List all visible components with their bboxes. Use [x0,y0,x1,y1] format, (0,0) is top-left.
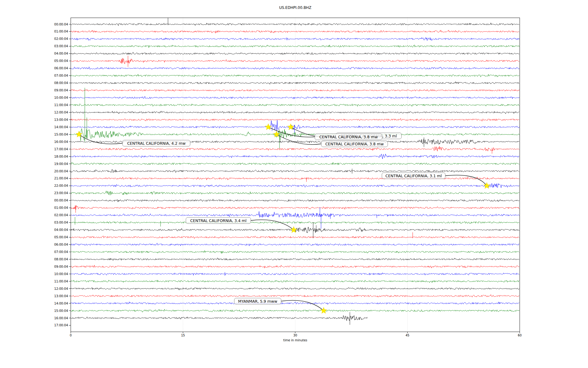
event-leader-line [251,220,294,230]
event-leader-line [281,300,324,311]
row-time-label: 14:00:04 [54,302,68,305]
row-time-label: 13:00:04 [54,294,68,298]
row-time-label: 01:00:04 [54,206,68,209]
chart-title: US.EDHPI.00.BHZ [279,6,311,10]
row-time-label: 09:00:04 [54,89,68,92]
seismogram-trace-row-34 [71,272,519,276]
row-time-label: 02:00:04 [54,213,68,217]
row-time-label: 04:00:04 [54,228,68,232]
row-time-label: 07:00:04 [54,74,68,77]
seismogram-trace-row-32 [71,258,519,261]
seismogram-figure: 00:00:0401:00:0402:00:0403:00:0404:00:04… [0,0,588,368]
event-annotations: CENTRAL CALIFORNIA, 4.2 mwCENTRAL CALIFO… [76,124,490,313]
seismogram-trace-row-21 [71,177,519,182]
seismogram-trace-row-9 [71,90,519,91]
seismogram-trace-row-20 [71,169,519,174]
row-time-label: 03:00:04 [54,44,68,48]
row-time-label: 20:00:04 [54,170,68,173]
seismogram-trace-row-17 [71,146,519,154]
row-time-label: 21:00:04 [54,177,68,180]
seismogram-trace-row-6 [71,67,519,69]
event-leader-line [445,175,487,186]
seismogram-trace-row-19 [71,162,519,165]
row-time-label: 23:00:04 [54,191,68,195]
row-time-label: 18:00:04 [54,155,68,158]
seismogram-trace-row-27 [71,217,519,227]
seismogram-trace-row-23 [71,191,519,195]
seismogram-trace-row-31 [71,251,519,254]
row-time-label: 01:00:04 [54,30,68,33]
event-label: CENTRAL CALIFORNIA, 4.2 mw [127,141,186,146]
x-tick-label: 30 [293,334,297,337]
seismogram-trace-row-15 [71,88,519,148]
axes: 00:00:0401:00:0402:00:0403:00:0404:00:04… [54,18,522,337]
row-time-label: 08:00:04 [54,258,68,261]
row-time-label: 10:00:04 [54,96,68,99]
row-time-label: 00:00:04 [54,23,68,26]
row-time-label: 05:00:04 [54,59,68,63]
seismogram-trace-row-13 [71,118,519,121]
seismogram-trace-row-12 [71,111,519,114]
row-time-label: 10:00:04 [54,272,68,276]
seismogram-trace-row-7 [71,74,519,77]
seismogram-trace-row-36 [71,287,519,290]
x-tick-label: 15 [181,334,185,337]
row-time-label: 04:00:04 [54,52,68,55]
seismogram-trace-row-0 [71,18,519,26]
seismogram-trace-row-1 [71,30,519,33]
row-time-label: 09:00:04 [54,265,68,268]
row-time-label: 14:00:04 [54,125,68,129]
row-time-label: 03:00:04 [54,221,68,224]
event-leader-line [79,134,123,144]
seismogram-trace-row-22 [71,183,519,188]
x-tick-label: 0 [70,334,72,337]
row-time-label: 12:00:04 [54,111,68,114]
helicorder-plot: 00:00:0401:00:0402:00:0403:00:0404:00:04… [0,0,588,368]
event-label: CENTRAL CALIFORNIA, 3.1 ml [386,174,442,178]
waveform-traces [71,18,519,325]
row-time-label: 06:00:04 [54,243,68,246]
row-time-label: 07:00:04 [54,250,68,254]
seismogram-trace-row-29 [71,232,519,239]
row-time-label: 17:00:04 [54,324,68,327]
seismogram-trace-row-35 [71,280,519,283]
seismogram-trace-row-11 [71,104,519,106]
row-time-label: 05:00:04 [54,236,68,239]
row-time-label: 16:00:04 [54,316,68,320]
row-time-label: 00:00:04 [54,199,68,202]
seismogram-trace-row-2 [71,37,519,40]
event-star-marker [265,124,272,130]
event-label: CENTRAL CALIFORNIA, 3.4 ml [190,218,247,223]
row-time-label: 19:00:04 [54,162,68,166]
row-time-label: 08:00:04 [54,81,68,85]
seismogram-trace-row-24 [71,199,519,202]
seismogram-trace-row-26 [71,207,519,229]
seismogram-trace-row-8 [71,82,519,84]
row-time-label: 15:00:04 [54,309,68,312]
row-time-label: 06:00:04 [54,67,68,70]
event-star-marker [291,227,297,233]
seismogram-trace-row-25 [71,205,519,213]
seismogram-trace-row-30 [71,243,519,246]
seismogram-trace-row-4 [71,52,519,55]
row-time-label: 02:00:04 [54,37,68,40]
gridlines [183,18,408,332]
seismogram-trace-row-5 [71,56,519,67]
event-star-marker [320,307,327,313]
x-tick-label: 60 [518,334,522,337]
row-time-label: 17:00:04 [54,148,68,151]
event-label: CENTRAL CALIFORNIA, 3.8 mw [319,135,378,139]
seismogram-trace-row-33 [71,265,519,268]
seismogram-trace-row-18 [71,154,519,159]
row-time-label: 16:00:04 [54,140,68,144]
event-label: MYANMAR, 5.9 mww [238,299,277,304]
event-label: CENTRAL CALIFORNIA, 3.8 mw [325,142,384,146]
seismogram-trace-row-3 [71,45,519,48]
seismogram-trace-row-37 [71,295,519,297]
x-tick-label: 45 [405,334,409,337]
row-time-label: 11:00:04 [54,103,68,107]
seismogram-trace-row-10 [71,96,519,99]
x-axis-label: time in minutes [283,339,307,342]
seismogram-trace-row-14 [71,120,519,133]
seismogram-trace-row-40 [71,312,368,325]
